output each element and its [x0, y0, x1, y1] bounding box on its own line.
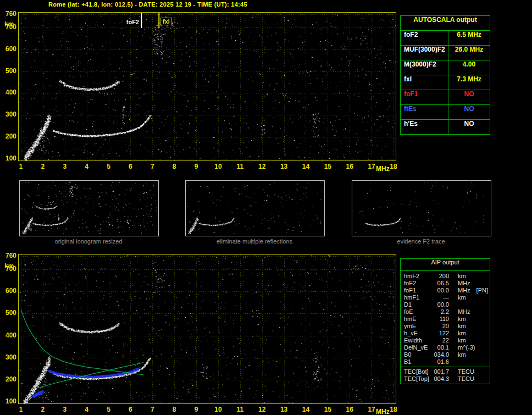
profile-plot-canvas: [18, 254, 396, 404]
autoscala-param-label: ftEs: [401, 105, 448, 119]
x-axis-tick: 11: [235, 163, 246, 170]
autoscala-table-title: AUTOSCALA output: [401, 16, 490, 31]
aip-param-value: 00.0: [428, 301, 449, 308]
aip-param-unit: km: [458, 316, 466, 322]
aip-param-label: foE: [404, 308, 413, 315]
y-axis-unit-label: km: [4, 21, 14, 28]
aip-row: B101.6: [401, 358, 490, 366]
y-axis-tick: 400: [1, 89, 16, 96]
x-axis-tick: 6: [125, 163, 136, 170]
aip-param-value: 2.2: [428, 308, 449, 315]
aip-row: foF100.0MHz[PN]: [401, 287, 490, 294]
aip-row: foF206.5MHz: [401, 280, 490, 287]
aip-row: D100.0: [401, 301, 490, 308]
aip-param-label: TEC[Bot]: [404, 368, 429, 375]
x-axis-tick: 17: [366, 163, 377, 170]
x-axis-tick: 5: [103, 406, 114, 413]
y-axis-tick: 200: [1, 376, 16, 383]
aip-param-label: hmE: [404, 316, 417, 322]
aip-param-value: 00.0: [428, 287, 449, 294]
aip-tec-row: TEC[Top]004.3TECU: [401, 375, 490, 383]
aip-param-value: 200: [428, 273, 449, 279]
aip-param-value: 20: [428, 323, 449, 329]
ionogram-plot-canvas: [18, 12, 396, 161]
autoscala-table-body: foF26.5 MHzMUF(3000)F226.0 MHzM(3000)F24…: [401, 31, 490, 134]
aip-param-value: 034.0: [428, 351, 449, 358]
autoscala-param-label: foF1: [401, 90, 448, 104]
x-axis-tick: 15: [322, 163, 333, 170]
x-axis-tick: 9: [191, 406, 202, 413]
aip-param-unit: km: [458, 330, 466, 336]
x-axis-tick: 13: [279, 406, 290, 413]
aip-param-label: D1: [404, 301, 412, 308]
fof2-marker-label: foF2: [121, 19, 139, 25]
aip-row: h_vE122km: [401, 330, 490, 337]
aip-row: B0034.0km: [401, 351, 490, 358]
aip-param-label: DelN_vE: [404, 344, 428, 351]
aip-param-label: B0: [404, 351, 411, 358]
aip-row: ymE20km: [401, 323, 490, 330]
aip-param-value: 110: [428, 316, 449, 322]
autoscala-param-label: MUF(3000)F2: [401, 46, 448, 60]
autoscala-row: foF26.5 MHz: [401, 31, 490, 46]
aip-param-unit: MHz: [458, 280, 470, 286]
aip-param-value: 01.6: [428, 358, 449, 365]
aip-param-value: 00.1: [428, 344, 449, 351]
aip-param-label: ymE: [404, 323, 416, 329]
aip-param-label: hmF1: [404, 294, 419, 301]
aip-output-table: AIP output hmF2200kmfoF206.5MHzfoF100.0M…: [400, 258, 490, 384]
y-axis-tick: 500: [1, 309, 16, 317]
aip-param-value: 004.3: [428, 375, 449, 382]
y-axis-tick: 300: [1, 111, 16, 118]
aip-param-unit: TECU: [458, 368, 474, 375]
aip-param-value: 001.7: [428, 368, 449, 375]
x-axis-unit-label: MHz: [376, 408, 390, 415]
x-axis-tick: 2: [37, 163, 48, 170]
y-axis-tick: 600: [1, 46, 16, 53]
aip-param-unit: km: [458, 294, 466, 301]
y-axis-tick: 100: [1, 155, 16, 162]
x-axis-tick: 12: [257, 406, 268, 413]
x-axis-tick: 3: [59, 406, 70, 413]
thumbnail-caption-cleaned: eliminate multiple reflections: [185, 238, 324, 245]
autoscala-param-label: M(3000)F2: [401, 60, 448, 75]
aip-param-label: foF1: [404, 287, 416, 294]
aip-param-label: TEC[Top]: [404, 375, 429, 382]
x-axis-tick: 18: [388, 163, 399, 170]
aip-row: Ewidth22km: [401, 337, 490, 344]
aip-row: DelN_vE00.1m^(-3): [401, 344, 490, 351]
autoscala-param-value: NO: [448, 90, 490, 104]
autoscala-param-value: NO: [448, 105, 490, 119]
thumbnail-caption-f2-trace: evidence F2 trace: [352, 238, 490, 245]
aip-param-unit: TECU: [458, 375, 474, 382]
x-axis-tick: 13: [279, 163, 290, 170]
thumbnail-caption-original: original ionogram resized: [19, 238, 158, 245]
thumbnail-canvas-f2-trace: [353, 181, 489, 234]
aip-param-unit: km: [458, 351, 466, 358]
aip-param-unit: km: [458, 273, 466, 279]
y-axis-tick: 300: [1, 354, 16, 361]
x-axis-tick: 9: [191, 163, 202, 170]
aip-param-value: 06.5: [428, 280, 449, 286]
autoscala-row: M(3000)F24.00: [401, 60, 490, 75]
aip-table-body: hmF2200kmfoF206.5MHzfoF100.0MHz[PN]hmF1-…: [401, 271, 490, 367]
x-axis-tick: 18: [388, 406, 399, 413]
aip-param-unit: km: [458, 337, 466, 344]
x-axis-tick: 16: [344, 406, 355, 413]
x-axis-tick: 7: [147, 406, 158, 413]
autoscala-param-label: fxI: [401, 75, 448, 90]
thumbnail-canvas-cleaned: [186, 181, 323, 234]
aip-param-note: [PN]: [476, 287, 488, 294]
autoscala-row: MUF(3000)F226.0 MHz: [401, 46, 490, 60]
aip-row: foE2.2MHz: [401, 308, 490, 316]
y-axis-tick: 760: [1, 252, 16, 259]
y-axis-tick: 200: [1, 133, 16, 140]
x-axis-tick: 7: [147, 163, 158, 170]
x-axis-unit-label: MHz: [376, 165, 390, 173]
x-axis-tick: 8: [169, 406, 180, 413]
aip-param-label: hmF2: [404, 273, 419, 279]
autoscala-param-value: 7.3 MHz: [448, 75, 490, 90]
x-axis-tick: 15: [322, 406, 333, 413]
x-axis-tick: 12: [257, 163, 268, 170]
autoscala-row: h'EsNO: [401, 120, 490, 134]
